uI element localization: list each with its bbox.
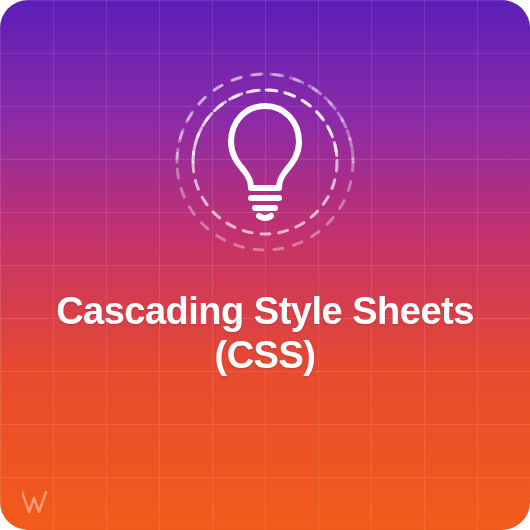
- title-line-1: Cascading Style Sheets: [56, 290, 474, 332]
- info-card: Cascading Style Sheets (CSS): [0, 0, 530, 530]
- title-line-2: (CSS): [215, 334, 316, 376]
- card-title: Cascading Style Sheets (CSS): [0, 290, 530, 377]
- svg-rect-3: [155, 44, 375, 264]
- brand-logo: [22, 490, 56, 514]
- lightbulb-icon: [155, 44, 375, 264]
